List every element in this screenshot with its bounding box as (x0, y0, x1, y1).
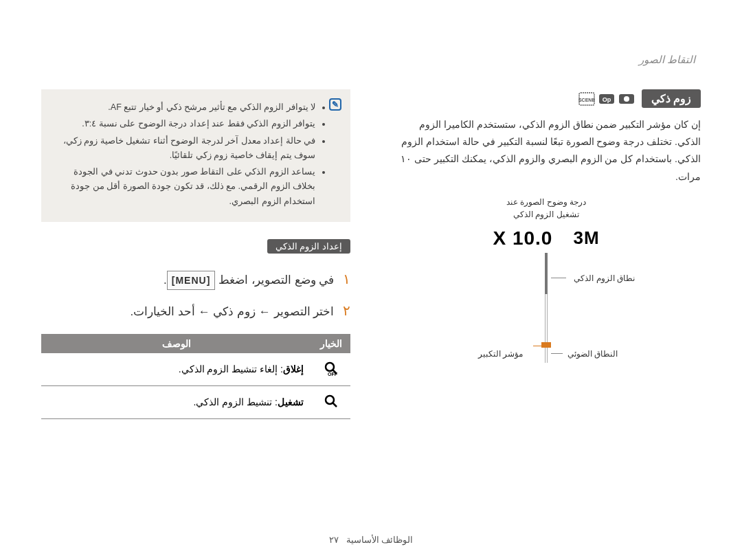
step-2: ٢ اختر التصوير ← زوم ذكي ← أحد الخيارات. (41, 298, 350, 324)
step-number: ١ (343, 271, 350, 287)
notes-box: ✎ لا يتوافر الزوم الذكي مع تأثير مرشح ذك… (41, 89, 350, 222)
note-item: يساعد الزوم الذكي على التقاط صور بدون حد… (52, 165, 315, 209)
section-title: زوم ذكي (642, 89, 701, 108)
svg-point-1 (624, 96, 629, 102)
col-option: الخيار (312, 334, 350, 353)
intro-text: إن كان مؤشر التكبير ضمن نطاق الزوم الذكي… (392, 116, 701, 186)
setup-title: إعداد الزوم الذكي (267, 239, 350, 254)
opt-off-desc: : إلغاء تنشيط الزوم الذكي. (179, 363, 283, 374)
mode-smart-icon (618, 92, 635, 106)
diagram-caption: درجة وضوح الصورة عند تشغيل الزوم الذكي (392, 196, 701, 221)
svg-text:OFF: OFF (328, 372, 338, 377)
label-optical-zoom: النطاق الضوئي (563, 349, 618, 359)
section-title-row: زوم ذكي Op SCENE (392, 89, 701, 108)
step-1-prefix: في وضع التصوير، اضغط (215, 273, 334, 287)
opt-on-label: تشغيل (278, 396, 304, 407)
note-item: في حالة إعداد معدل آخر لدرجة الوضوح أثنا… (52, 134, 315, 164)
zoom-off-icon: OFF (323, 360, 339, 377)
note-item: يتوافر الزوم الذكي فقط عند إعداد درجة ال… (52, 117, 315, 131)
step-2-text: اختر التصوير ← زوم ذكي ← أحد الخيارات. (130, 305, 334, 318)
svg-text:Op: Op (602, 96, 611, 103)
svg-line-10 (333, 403, 337, 407)
zoom-diagram: 3M X 10.0 نطاق الزوم الذكي النطاق الضوئي… (464, 227, 629, 363)
note-item: لا يتوافر الزوم الذكي مع تأثير مرشح ذكي … (52, 100, 315, 115)
mode-icons: Op SCENE (578, 92, 635, 106)
zoom-on-icon (323, 393, 339, 410)
zoom-badge: 3M (573, 227, 599, 249)
table-row: OFF إغلاق: إلغاء تنشيط الزوم الذكي. (41, 353, 350, 386)
footer-label: الوظائف الأساسية (346, 535, 414, 545)
opt-on-desc: : تنشيط الزوم الذكي. (194, 396, 278, 407)
label-smart-zoom: نطاق الزوم الذكي (566, 273, 635, 283)
mode-scene-icon: SCENE (578, 92, 595, 106)
table-row: تشغيل: تنشيط الزوم الذكي. (41, 385, 350, 418)
mode-op-icon: Op (598, 92, 615, 106)
step-number: ٢ (343, 303, 350, 318)
svg-text:SCENE: SCENE (578, 98, 595, 102)
opt-off-label: إغلاق (283, 363, 304, 374)
info-icon: ✎ (329, 98, 341, 111)
page-footer: الوظائف الأساسية ٢٧ (0, 535, 742, 545)
page-number: ٢٧ (329, 535, 339, 545)
menu-button: [MENU] (167, 271, 216, 291)
options-table: الخيار الوصف OFF إغلاق: إلغاء تنشيط الزو… (41, 334, 350, 419)
page-title: التقاط الصور (639, 54, 695, 66)
step-1: ١ في وضع التصوير، اضغط [MENU]. (41, 266, 350, 292)
zoom-handle (541, 342, 551, 348)
zoom-value: X 10.0 (493, 227, 552, 249)
label-zoom-indicator: مؤشر التكبير (478, 349, 533, 359)
col-desc: الوصف (41, 334, 312, 353)
